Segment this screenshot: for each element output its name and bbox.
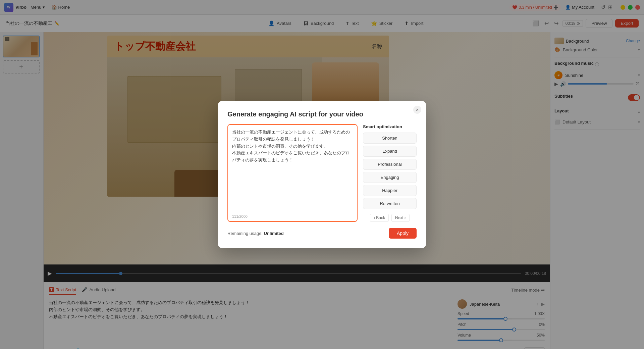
apply-button[interactable]: Apply [389, 228, 417, 239]
optimization-panel: Smart optimization Shorten Expand Profes… [363, 124, 417, 222]
modal-body: 当社の一流の不動産エージェントに会って、成功するためのプロパティ取引の秘訣を発見… [227, 124, 417, 222]
ai-script-modal: × Generate engaging AI script for your v… [218, 101, 426, 248]
back-chevron-icon: ‹ [374, 215, 375, 220]
engaging-button[interactable]: Engaging [363, 172, 417, 183]
script-input-area: 当社の一流の不動産エージェントに会って、成功するためのプロパティ取引の秘訣を発見… [227, 124, 358, 222]
next-button[interactable]: Next › [391, 214, 410, 222]
back-button[interactable]: ‹ Back [370, 214, 389, 222]
rewritten-button[interactable]: Re-written [363, 198, 417, 209]
modal-overlay: × Generate engaging AI script for your v… [0, 0, 644, 349]
modal-close-button[interactable]: × [413, 106, 421, 114]
modal-footer: Remaining usage: Unlimited Apply [227, 228, 417, 239]
optimization-title: Smart optimization [363, 124, 417, 129]
remaining-value: Unlimited [264, 231, 283, 236]
happier-button[interactable]: Happier [363, 185, 417, 196]
remaining-usage: Remaining usage: Unlimited [227, 231, 284, 236]
shorten-button[interactable]: Shorten [363, 133, 417, 144]
professional-button[interactable]: Professional [363, 159, 417, 170]
modal-title: Generate engaging AI script for your vid… [227, 110, 417, 118]
next-chevron-icon: › [405, 215, 406, 220]
char-count: 111/2000 [232, 214, 248, 218]
script-textarea[interactable]: 当社の一流の不動産エージェントに会って、成功するためのプロパティ取引の秘訣を発見… [232, 129, 353, 196]
expand-button[interactable]: Expand [363, 146, 417, 157]
opt-navigation: ‹ Back Next › [363, 214, 417, 222]
